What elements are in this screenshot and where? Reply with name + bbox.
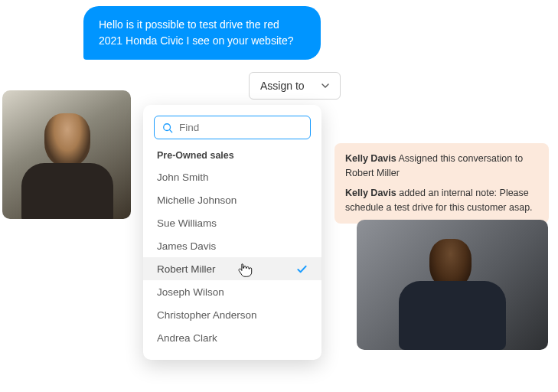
check-icon — [296, 263, 308, 275]
dropdown-option[interactable]: Joseph Wilson — [143, 280, 321, 303]
customer-message-bubble: Hello is it possible to test drive the r… — [83, 6, 321, 60]
option-label: Christopher Anderson — [157, 309, 257, 321]
activity-note-internal: Kelly Davis added an internal note: Plea… — [334, 178, 549, 224]
search-input[interactable] — [179, 122, 302, 133]
customer-message-text: Hello is it possible to test drive the r… — [99, 18, 293, 47]
dropdown-group-label: Pre-Owned sales — [143, 147, 321, 165]
assign-to-button[interactable]: Assign to — [249, 72, 341, 100]
dropdown-option[interactable]: Sue Williams — [143, 211, 321, 234]
dropdown-option[interactable]: Andrea Clark — [143, 326, 321, 349]
pointer-cursor-icon — [237, 262, 253, 279]
note-author: Kelly Davis — [345, 188, 396, 198]
dropdown-options: John SmithMichelle JohnsonSue WilliamsJa… — [143, 165, 321, 349]
option-label: Michelle Johnson — [157, 194, 237, 206]
search-input-wrapper[interactable] — [154, 116, 311, 139]
chevron-down-icon — [321, 82, 329, 90]
option-label: James Davis — [157, 240, 216, 252]
svg-line-1 — [170, 129, 172, 132]
customer-photo — [2, 90, 131, 219]
dropdown-option[interactable]: Robert Miller — [143, 257, 321, 280]
dropdown-option[interactable]: James Davis — [143, 234, 321, 257]
assign-dropdown: Pre-Owned sales John SmithMichelle Johns… — [143, 105, 321, 360]
option-label: Andrea Clark — [157, 332, 217, 344]
search-icon — [162, 122, 173, 133]
dropdown-option[interactable]: John Smith — [143, 165, 321, 188]
option-label: John Smith — [157, 172, 209, 183]
dropdown-option[interactable]: Michelle Johnson — [143, 188, 321, 211]
agent-photo — [357, 220, 548, 350]
dropdown-option[interactable]: Christopher Anderson — [143, 303, 321, 326]
note-author: Kelly Davis — [345, 153, 396, 164]
option-label: Joseph Wilson — [157, 286, 224, 298]
option-label: Robert Miller — [157, 263, 216, 275]
assign-to-label: Assign to — [260, 80, 305, 92]
option-label: Sue Williams — [157, 217, 217, 229]
